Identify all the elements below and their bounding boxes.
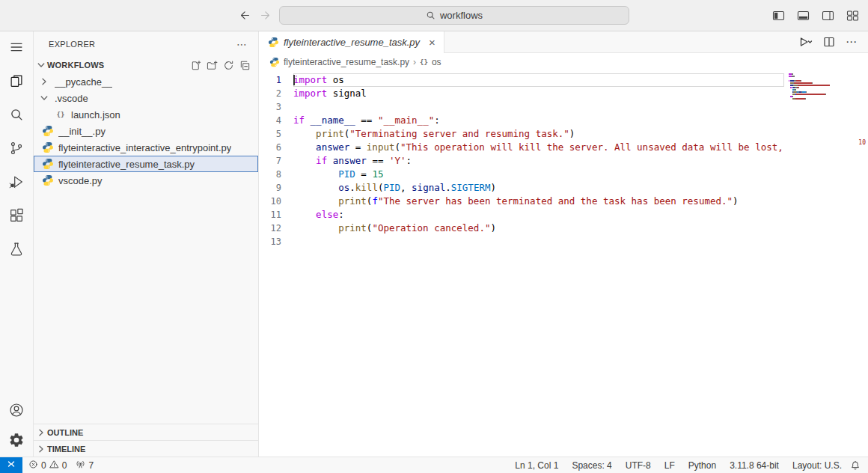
tree-item-__init__.py[interactable]: __init__.py (34, 123, 258, 139)
git-branch-icon (8, 140, 25, 159)
breadcrumb-symbol[interactable]: os (432, 57, 441, 67)
python-icon (267, 37, 279, 49)
sidebar-title: EXPLORER (49, 40, 236, 49)
timeline-section-header[interactable]: TIMELINE (34, 440, 258, 457)
line-number[interactable]: 3 (259, 100, 293, 114)
code-area[interactable]: 1import os2import signal34if __name__ ==… (259, 71, 784, 457)
tree-item-flyteinteractive_interactive_entrypoint.py[interactable]: flyteinteractive_interactive_entrypoint.… (34, 139, 258, 156)
code-line-5[interactable]: 5 print("Terminating server and resuming… (259, 127, 784, 141)
notifications-bell-icon[interactable] (850, 460, 861, 471)
sidebar-bottom-sections: OUTLINE TIMELINE (34, 424, 258, 457)
status-cursor-position[interactable]: Ln 1, Col 1 (508, 460, 565, 471)
tree-item-vscode.py[interactable]: vscode.py (34, 172, 258, 189)
back-button[interactable] (239, 9, 251, 22)
status-keyboard-layout[interactable]: Layout: U.S. (786, 460, 849, 471)
code-line-7[interactable]: 7 if answer == 'Y': (259, 154, 784, 168)
tree-item-.vscode[interactable]: .vscode (34, 90, 258, 106)
line-number[interactable]: 10 (259, 195, 293, 208)
split-editor-button[interactable] (823, 36, 835, 48)
accounts-button[interactable] (0, 397, 33, 427)
status-python-interpreter[interactable]: 3.11.8 64-bit (723, 460, 786, 471)
code-line-13[interactable]: 13 (259, 235, 784, 248)
radio-tower-icon (76, 460, 85, 472)
line-number[interactable]: 8 (259, 168, 293, 181)
toggle-primary-sidebar-icon[interactable] (772, 10, 785, 21)
code-line-8[interactable]: 8 PID = 15 (259, 168, 784, 181)
line-number[interactable]: 13 (259, 235, 293, 248)
refresh-icon[interactable] (223, 60, 234, 71)
line-content: import os (293, 73, 784, 87)
editor-group: flyteinteractive_resume_task.py × ⋯ flyt… (259, 31, 868, 457)
problems-button[interactable]: 0 0 (28, 460, 67, 472)
code-line-6[interactable]: 6 answer = input("This operation will ki… (259, 141, 784, 154)
gear-icon (8, 432, 25, 451)
code-line-1[interactable]: 1import os (259, 73, 784, 87)
line-content: import signal (293, 87, 784, 100)
more-actions-icon[interactable]: ⋯ (846, 35, 858, 49)
line-number[interactable]: 11 (259, 208, 293, 222)
run-python-file-button[interactable] (798, 36, 813, 48)
search-icon (8, 106, 25, 126)
menu-button[interactable] (0, 31, 33, 65)
ports-button[interactable]: 7 (76, 460, 94, 472)
line-content: print(f"The server has been terminated a… (293, 195, 784, 208)
run-and-debug-button[interactable] (0, 166, 33, 200)
status-eol[interactable]: LF (658, 460, 682, 471)
new-folder-icon[interactable] (207, 60, 218, 71)
search-button[interactable] (0, 99, 33, 132)
extensions-button[interactable] (0, 200, 33, 234)
command-center[interactable]: workflows (279, 6, 629, 25)
testing-button[interactable] (0, 234, 33, 267)
status-language[interactable]: Python (682, 460, 723, 471)
status-indentation[interactable]: Spaces: 4 (565, 460, 618, 471)
tab-flyteinteractive-resume-task[interactable]: flyteinteractive_resume_task.py × (259, 31, 444, 53)
toggle-panel-icon[interactable] (797, 10, 810, 21)
tree-item-launch.json[interactable]: {}launch.json (34, 106, 258, 123)
line-number[interactable]: 9 (259, 181, 293, 195)
line-content: print("Terminating server and resuming t… (293, 127, 784, 141)
code-line-11[interactable]: 11 else: (259, 208, 784, 222)
line-number[interactable]: 4 (259, 114, 293, 127)
line-number[interactable]: 6 (259, 141, 293, 154)
forward-button[interactable] (259, 9, 272, 22)
line-number[interactable]: 1 (259, 73, 293, 87)
code-line-2[interactable]: 2import signal (259, 87, 784, 100)
explorer-button[interactable] (0, 65, 33, 99)
python-file-icon (42, 174, 54, 186)
minimap[interactable]: 10 (784, 71, 868, 457)
vscode-window: workflows EXP (0, 0, 868, 473)
tree-item-flyteinteractive_resume_task.py[interactable]: flyteinteractive_resume_task.py (34, 156, 258, 172)
customize-layout-icon[interactable] (846, 10, 859, 21)
status-left: 0 0 7 (22, 460, 94, 472)
remote-indicator[interactable] (0, 457, 22, 473)
line-number[interactable]: 7 (259, 154, 293, 168)
status-bar: 0 0 7 Ln 1, Col 1Spaces: 4UTF-8LFPython3… (0, 457, 868, 473)
tree-item-label: vscode.py (58, 175, 103, 186)
code-line-9[interactable]: 9 os.kill(PID, signal.SIGTERM) (259, 181, 784, 195)
outline-section-header[interactable]: OUTLINE (34, 424, 258, 440)
status-encoding[interactable]: UTF-8 (619, 460, 658, 471)
toggle-secondary-sidebar-icon[interactable] (822, 10, 834, 21)
line-content: PID = 15 (293, 168, 784, 181)
line-number[interactable]: 5 (259, 127, 293, 141)
explorer-more-actions-icon[interactable]: ⋯ (236, 38, 248, 50)
settings-button[interactable] (0, 427, 33, 457)
new-file-icon[interactable] (190, 60, 201, 71)
workflows-section-header[interactable]: WORKFLOWS (34, 57, 258, 73)
tree-item-label: __init__.py (58, 126, 106, 137)
collapse-all-icon[interactable] (239, 60, 251, 71)
line-number[interactable]: 2 (259, 87, 293, 100)
code-line-3[interactable]: 3 (259, 100, 784, 114)
close-icon[interactable]: × (427, 37, 437, 48)
line-number[interactable]: 12 (259, 222, 293, 235)
python-file-icon (42, 125, 54, 137)
code-line-10[interactable]: 10 print(f"The server has been terminate… (259, 195, 784, 208)
source-control-button[interactable] (0, 132, 33, 166)
breadcrumb: flyteinteractive_resume_task.py › {} os (259, 53, 868, 71)
code-line-12[interactable]: 12 print("Operation canceled.") (259, 222, 784, 235)
breadcrumb-file[interactable]: flyteinteractive_resume_task.py (284, 57, 409, 67)
workspace-name: workflows (440, 10, 483, 21)
tree-item-label: flyteinteractive_resume_task.py (58, 159, 195, 170)
tree-item-__pycache__[interactable]: __pycache__ (34, 73, 258, 90)
code-line-4[interactable]: 4if __name__ == "__main__": (259, 114, 784, 127)
